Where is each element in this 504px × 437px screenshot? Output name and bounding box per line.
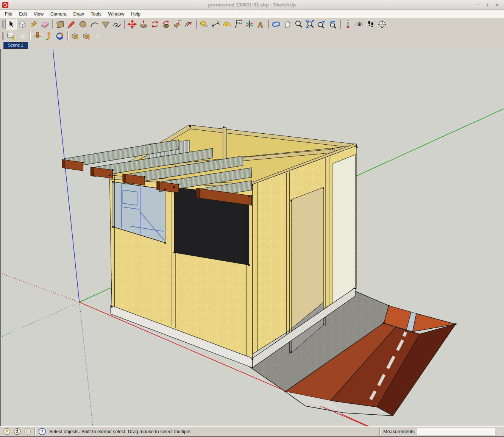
polygon-tool-icon: [101, 20, 110, 29]
offset-tool-button[interactable]: [183, 19, 195, 30]
menu-camera[interactable]: Camera: [47, 11, 70, 17]
paint-bucket-button[interactable]: [28, 19, 39, 30]
person-status-icon: [13, 428, 21, 435]
rectangle-tool-button[interactable]: [55, 19, 66, 30]
3d-text-tool-icon: A: [256, 20, 265, 29]
scale-tool-button[interactable]: [172, 19, 183, 30]
svg-text:G: G: [26, 429, 29, 434]
toolbar-main: ABCACA-5: [0, 18, 504, 30]
push-pull-tool-icon: [139, 20, 148, 29]
measurements-label: Measurements: [383, 429, 415, 434]
tape-measure-tool-icon: [200, 20, 209, 29]
close-button[interactable]: ×: [495, 2, 499, 8]
circle-tool-button[interactable]: [77, 19, 89, 30]
model-scene: [1, 49, 504, 426]
orbit-tool-button[interactable]: [270, 19, 282, 30]
svg-text:A-5: A-5: [381, 25, 384, 27]
menu-tools[interactable]: Tools: [87, 11, 105, 17]
get-models-button[interactable]: [70, 31, 81, 41]
zoom-tool-icon: [294, 20, 303, 29]
select-tool-button[interactable]: [5, 19, 17, 30]
preview-in-google-earth-icon: [56, 31, 65, 41]
measurements-field[interactable]: [417, 428, 495, 435]
dimension-tool-button[interactable]: [210, 19, 221, 30]
maximize-button[interactable]: +: [486, 2, 489, 8]
photo-textures-button[interactable]: [43, 31, 55, 41]
minimize-button[interactable]: −: [477, 2, 480, 8]
place-model-button[interactable]: [32, 31, 43, 41]
axes-tool-button[interactable]: [244, 19, 255, 30]
window-title: permashed 130611-01.skp - SketchUp: [0, 2, 504, 8]
protractor-tool-icon: [222, 20, 231, 29]
freehand-tool-icon: [112, 20, 122, 29]
toggle-terrain-button[interactable]: [17, 31, 28, 41]
window-controls: −+×: [477, 2, 504, 8]
look-around-tool-button[interactable]: [354, 19, 365, 30]
zoom-previous-tool-button[interactable]: [327, 19, 339, 30]
toolbar-separator: [196, 20, 197, 29]
protractor-tool-button[interactable]: [221, 19, 232, 30]
scene-tab-1[interactable]: Scene 1: [3, 42, 28, 49]
follow-me-tool-icon: [162, 20, 171, 29]
rotate-tool-button[interactable]: [149, 19, 161, 30]
zoom-extents-tool-button[interactable]: [316, 19, 327, 30]
person-status-button[interactable]: [13, 428, 21, 435]
tape-measure-tool-button[interactable]: [198, 19, 210, 30]
line-tool-icon: [67, 20, 76, 29]
pan-tool-button[interactable]: [282, 19, 293, 30]
make-component-icon: [18, 20, 27, 29]
follow-me-tool-button[interactable]: [161, 19, 172, 30]
toolbar-grip[interactable]: [2, 32, 4, 40]
polygon-tool-button[interactable]: [100, 19, 111, 30]
measurements-separator: [379, 428, 380, 435]
share-component-button[interactable]: [92, 31, 104, 41]
preview-in-google-earth-button[interactable]: [55, 31, 66, 41]
geo-location-icon: [3, 428, 11, 435]
zoom-tool-button[interactable]: [293, 19, 304, 30]
position-camera-tool-button[interactable]: [342, 19, 354, 30]
make-component-button[interactable]: [17, 19, 28, 30]
toolbar-grip[interactable]: [2, 20, 4, 28]
arc-tool-button[interactable]: [89, 19, 100, 30]
push-pull-tool-button[interactable]: [138, 19, 149, 30]
dimension-tool-icon: [211, 20, 220, 29]
menu-window[interactable]: Window: [105, 11, 128, 17]
status-indicator-icons: G: [2, 428, 31, 435]
text-tool-icon: ABC: [234, 20, 243, 29]
geo-location-button[interactable]: [3, 428, 11, 435]
text-tool-button[interactable]: ABC: [232, 19, 244, 30]
share-model-icon: [82, 31, 91, 41]
google-g-button[interactable]: G: [23, 428, 31, 435]
select-tool-icon: [6, 20, 16, 29]
menu-edit[interactable]: Edit: [16, 11, 30, 17]
3d-text-tool-button[interactable]: A: [255, 19, 267, 30]
toolbar-separator: [30, 31, 30, 41]
get-current-view-button[interactable]: [5, 31, 17, 41]
walk-tool-button[interactable]: [365, 19, 376, 30]
section-plane-tool-button[interactable]: CA-5: [376, 19, 388, 30]
svg-text:A: A: [258, 20, 264, 29]
menu-view[interactable]: View: [30, 11, 47, 17]
toolbar-separator: [67, 31, 68, 41]
menu-draw[interactable]: Draw: [70, 11, 87, 17]
zoom-extents-tool-icon: [317, 20, 326, 29]
offset-tool-icon: [184, 20, 193, 29]
zoom-previous-tool-icon: [328, 20, 337, 29]
menu-help[interactable]: Help: [128, 11, 144, 17]
window-resize-grip[interactable]: [497, 429, 502, 434]
toolbar-separator: [52, 20, 53, 29]
share-model-button[interactable]: [81, 31, 92, 41]
zoom-window-tool-button[interactable]: [304, 19, 316, 30]
menu-bar: FileEditViewCameraDrawToolsWindowHelp: [0, 10, 504, 18]
eraser-button[interactable]: [39, 19, 51, 30]
help-icon-slot[interactable]: ?: [38, 428, 46, 435]
model-viewport[interactable]: [0, 49, 504, 426]
menu-file[interactable]: File: [2, 11, 16, 17]
status-message: Select objects. Shift to extend select. …: [49, 429, 192, 434]
move-tool-button[interactable]: [126, 19, 138, 30]
position-camera-tool-icon: [343, 20, 353, 29]
scene-tab-bar: Scene 1: [0, 42, 504, 49]
toolbar-separator: [340, 20, 341, 29]
line-tool-button[interactable]: [66, 19, 77, 30]
freehand-tool-button[interactable]: [111, 19, 123, 30]
